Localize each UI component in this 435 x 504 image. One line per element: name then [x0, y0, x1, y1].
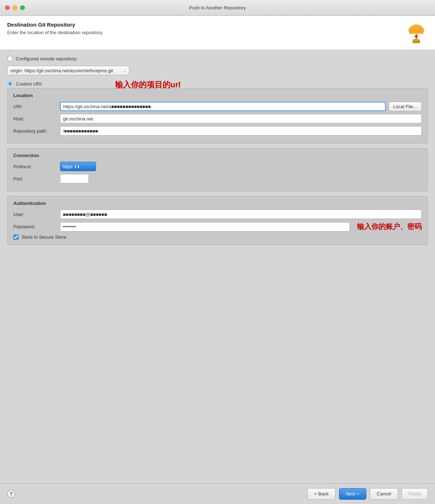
secure-store-checkbox[interactable]	[13, 234, 19, 240]
bottom-bar: ? < Back Next > Cancel Finish	[0, 483, 435, 504]
page-subtitle: Enter the location of the destination re…	[7, 30, 103, 35]
location-section: Location URI: Local File... Host: Reposi…	[7, 88, 428, 144]
password-label: Password:	[13, 224, 60, 229]
protocol-value: https	[63, 164, 73, 169]
custom-uri-label: Custom URI:	[16, 81, 42, 87]
connection-section: Connection Protocol: https ⬆⬇ Port:	[7, 148, 428, 192]
svg-rect-3	[409, 30, 423, 34]
cancel-button[interactable]: Cancel	[370, 488, 398, 500]
back-button[interactable]: < Back	[307, 488, 335, 500]
push-icon	[405, 22, 428, 45]
title-bar: Push to Another Repository	[0, 0, 435, 16]
header-section: Destination Git Repository Enter the loc…	[0, 16, 435, 50]
port-form-row: Port:	[13, 174, 422, 183]
host-label: Host:	[13, 116, 60, 122]
window-controls[interactable]	[5, 5, 25, 10]
nav-buttons: < Back Next > Cancel Finish	[307, 488, 428, 500]
remote-repo-row: Configured remote repository:	[7, 56, 428, 61]
svg-marker-5	[414, 34, 418, 37]
repo-path-label: Repository path:	[13, 128, 60, 134]
user-input[interactable]	[60, 210, 422, 219]
chevron-down-icon: ⌄	[123, 69, 126, 73]
protocol-form-row: Protocol: https ⬆⬇	[13, 162, 422, 171]
help-button[interactable]: ?	[7, 490, 15, 498]
header-text: Destination Git Repository Enter the loc…	[7, 22, 103, 35]
auth-title: Authentication	[13, 201, 422, 206]
user-form-row: User:	[13, 210, 422, 219]
next-button[interactable]: Next >	[339, 488, 366, 500]
close-button[interactable]	[5, 5, 10, 10]
uri-input[interactable]	[60, 102, 386, 111]
port-input[interactable]	[60, 174, 89, 183]
secure-store-row: Store in Secure Store	[13, 234, 422, 240]
password-form-row: Password: 输入你的账户、密码	[13, 222, 422, 232]
svg-point-8	[413, 39, 420, 42]
remote-repo-select-value: origin: https://git.oschina.net/azureche…	[10, 68, 113, 73]
remote-repo-radio[interactable]	[7, 56, 13, 61]
local-file-button[interactable]: Local File...	[389, 102, 422, 111]
user-label: User:	[13, 212, 60, 217]
finish-button[interactable]: Finish	[402, 488, 428, 500]
repo-path-input[interactable]	[60, 126, 422, 136]
maximize-button[interactable]	[20, 5, 25, 10]
remote-repo-label: Configured remote repository:	[16, 56, 78, 61]
repo-path-form-row: Repository path:	[13, 126, 422, 136]
empty-space	[7, 249, 428, 321]
port-label: Port:	[13, 176, 60, 182]
authentication-section: Authentication User: Password: 输入你的账户、密码…	[7, 196, 428, 245]
protocol-select[interactable]: https ⬆⬇	[60, 162, 96, 171]
remote-repo-select[interactable]: origin: https://git.oschina.net/azureche…	[7, 66, 129, 75]
connection-title: Connection	[13, 153, 422, 158]
uri-annotation: 输入你的项目的url	[115, 79, 180, 90]
uri-label: URI:	[13, 104, 60, 109]
password-input[interactable]	[60, 222, 350, 232]
host-input[interactable]	[60, 114, 422, 123]
auth-annotation: 输入你的账户、密码	[357, 222, 422, 232]
custom-uri-row: Custom URI: 输入你的项目的url	[7, 81, 428, 87]
uri-form-row: URI: Local File...	[13, 102, 422, 111]
minimize-button[interactable]	[13, 5, 17, 10]
protocol-arrow-icon: ⬆⬇	[74, 165, 80, 169]
main-content: Configured remote repository: origin: ht…	[0, 50, 435, 483]
window-title: Push to Another Repository	[189, 5, 246, 10]
location-title: Location	[13, 93, 422, 98]
secure-store-label: Store in Secure Store	[22, 234, 66, 240]
custom-uri-radio[interactable]	[7, 81, 13, 87]
page-title: Destination Git Repository	[7, 22, 103, 28]
remote-dropdown-row: origin: https://git.oschina.net/azureche…	[7, 66, 428, 75]
host-form-row: Host:	[13, 114, 422, 123]
protocol-label: Protocol:	[13, 164, 60, 169]
